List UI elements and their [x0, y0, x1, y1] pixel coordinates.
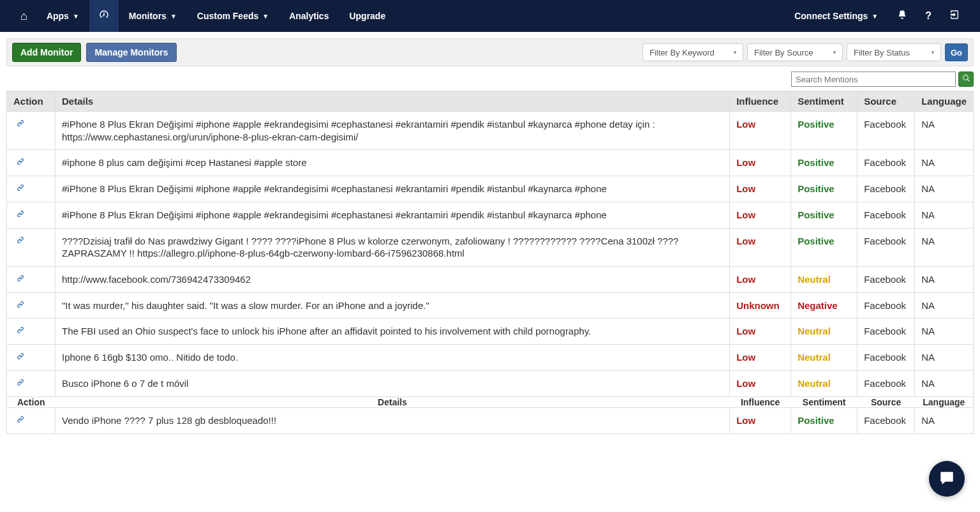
- table-body: #iPhone 8 Plus Ekran Değişimi #iphone #a…: [7, 112, 974, 434]
- cell-action: [7, 319, 56, 345]
- cell-source: Facebook: [858, 176, 915, 202]
- table-row: #iPhone 8 Plus Ekran Değişimi #iphone #a…: [7, 202, 974, 228]
- link-icon[interactable]: [16, 209, 25, 222]
- nav-monitors[interactable]: Monitors ▼: [119, 0, 187, 32]
- table-row: #iPhone 8 Plus Ekran Değişimi #iphone #a…: [7, 112, 974, 150]
- cell-sentiment: Neutral: [791, 266, 858, 292]
- cell-influence: Low: [730, 408, 791, 434]
- filter-source-label: Filter By Source: [754, 48, 813, 57]
- table-row: Vendo iPhone ???? 7 plus 128 gb desbloqu…: [7, 408, 974, 434]
- nav-analytics[interactable]: Analytics: [279, 0, 339, 32]
- col-source-header: Source: [858, 397, 915, 408]
- nav-upgrade[interactable]: Upgrade: [339, 0, 396, 32]
- cell-action: [7, 292, 56, 319]
- dashboard-icon: [98, 9, 110, 23]
- cell-source: Facebook: [858, 228, 915, 266]
- link-icon[interactable]: [16, 352, 25, 364]
- search-button[interactable]: [958, 72, 974, 87]
- link-icon[interactable]: [16, 415, 25, 427]
- filter-source-select[interactable]: Filter By Source ▼: [747, 43, 843, 61]
- cell-action: [7, 371, 56, 397]
- nav-apps[interactable]: Apps ▼: [36, 0, 89, 32]
- cell-language: NA: [915, 345, 974, 371]
- chevron-down-icon: ▼: [170, 13, 177, 20]
- cell-details: Vendo iPhone ???? 7 plus 128 gb desbloqu…: [56, 408, 730, 434]
- link-icon[interactable]: [16, 236, 25, 248]
- nav-custom-feeds[interactable]: Custom Feeds ▼: [187, 0, 279, 32]
- cell-details: ????Dzisiaj trafił do Nas prawdziwy Giga…: [56, 228, 730, 266]
- table-row: ????Dzisiaj trafił do Nas prawdziwy Giga…: [7, 228, 974, 266]
- cell-action: [7, 150, 56, 176]
- cell-sentiment: Positive: [791, 150, 858, 176]
- col-sentiment-header: Sentiment: [791, 91, 858, 112]
- search-row: [0, 66, 980, 91]
- col-details-header: Details: [56, 91, 730, 112]
- cell-language: NA: [915, 266, 974, 292]
- cell-details: Busco iPhone 6 o 7 de t móvil: [56, 371, 730, 397]
- link-icon[interactable]: [16, 300, 25, 312]
- nav-custom-feeds-label: Custom Feeds: [197, 11, 258, 21]
- nav-connect-settings[interactable]: Connect Settings ▼: [784, 0, 888, 32]
- link-icon[interactable]: [16, 157, 25, 169]
- cell-sentiment: Negative: [791, 292, 858, 319]
- add-monitor-button[interactable]: Add Monitor: [12, 43, 81, 62]
- filter-keyword-select[interactable]: Filter By Keyword ▼: [642, 43, 743, 61]
- cell-details: #iPhone 8 Plus Ekran Değişimi #iphone #a…: [56, 202, 730, 228]
- cell-influence: Low: [730, 371, 791, 397]
- nav-notifications[interactable]: [888, 0, 916, 32]
- cell-source: Facebook: [858, 112, 915, 150]
- link-icon[interactable]: [16, 119, 25, 131]
- chevron-down-icon: ▼: [262, 13, 269, 20]
- go-button[interactable]: Go: [945, 43, 968, 61]
- cell-source: Facebook: [858, 345, 915, 371]
- table-row: http://www.facebook.com/736942473309462L…: [7, 266, 974, 292]
- manage-monitors-button[interactable]: Manage Monitors: [86, 43, 176, 62]
- cell-details: "It was murder," his daughter said. "It …: [56, 292, 730, 319]
- cell-source: Facebook: [858, 150, 915, 176]
- cell-source: Facebook: [858, 292, 915, 319]
- cell-language: NA: [915, 228, 974, 266]
- toolbar-left: Add Monitor Manage Monitors: [12, 43, 177, 62]
- link-icon[interactable]: [16, 274, 25, 286]
- col-language-header: Language: [915, 91, 974, 112]
- nav-connect-settings-label: Connect Settings: [794, 11, 868, 21]
- cell-language: NA: [915, 112, 974, 150]
- nav-monitors-label: Monitors: [129, 11, 167, 21]
- search-input[interactable]: [791, 72, 956, 87]
- nav-home[interactable]: [11, 0, 36, 32]
- cell-influence: Low: [730, 319, 791, 345]
- filter-status-select[interactable]: Filter By Status ▼: [847, 43, 941, 61]
- cell-sentiment: Positive: [791, 202, 858, 228]
- cell-language: NA: [915, 408, 974, 434]
- cell-details: Iphone 6 16gb $130 omo.. Nitido de todo.: [56, 345, 730, 371]
- chevron-down-icon: ▼: [732, 50, 738, 56]
- col-influence-header: Influence: [730, 397, 791, 408]
- toolbar-right: Filter By Keyword ▼ Filter By Source ▼ F…: [642, 43, 968, 61]
- cell-action: [7, 176, 56, 202]
- logout-icon: [949, 10, 960, 22]
- table-row: The FBI used an Ohio suspect's face to u…: [7, 319, 974, 345]
- nav-logout[interactable]: [940, 0, 969, 32]
- cell-details: http://www.facebook.com/736942473309462: [56, 266, 730, 292]
- cell-sentiment: Neutral: [791, 345, 858, 371]
- cell-details: #iPhone 8 Plus Ekran Değişimi #iphone #a…: [56, 176, 730, 202]
- nav-help[interactable]: [916, 0, 940, 32]
- table-header-repeat: ActionDetailsInfluenceSentimentSourceLan…: [7, 397, 974, 408]
- table-row: #iphone 8 plus cam değişimi #cep Hastane…: [7, 150, 974, 176]
- link-icon[interactable]: [16, 326, 25, 338]
- cell-sentiment: Positive: [791, 176, 858, 202]
- cell-sentiment: Positive: [791, 112, 858, 150]
- link-icon[interactable]: [16, 183, 25, 195]
- cell-influence: Low: [730, 345, 791, 371]
- col-action-header: Action: [7, 397, 56, 408]
- cell-language: NA: [915, 150, 974, 176]
- cell-influence: Low: [730, 176, 791, 202]
- nav-analytics-label: Analytics: [289, 11, 329, 21]
- link-icon[interactable]: [16, 378, 25, 390]
- table-row: Iphone 6 16gb $130 omo.. Nitido de todo.…: [7, 345, 974, 371]
- cell-source: Facebook: [858, 319, 915, 345]
- filter-keyword-label: Filter By Keyword: [650, 48, 715, 57]
- nav-dashboard[interactable]: [89, 0, 119, 32]
- chevron-down-icon: ▼: [832, 50, 837, 56]
- cell-action: [7, 202, 56, 228]
